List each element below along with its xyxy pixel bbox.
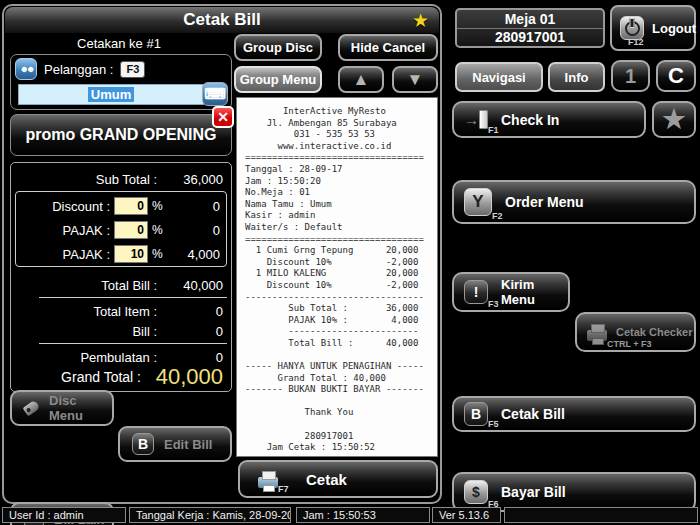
hide-cancel-label: Hide Cancel <box>351 40 425 55</box>
cetak-hotkey: F7 <box>278 484 289 494</box>
check-in-hotkey: F1 <box>488 125 499 135</box>
bill-icon: B <box>132 433 154 455</box>
grand-total-label: Grand Total : <box>11 369 141 385</box>
grand-total-value: 40,000 <box>141 364 231 390</box>
status-tanggal: Tanggal Kerja : Kamis, 28-09-2017 <box>129 507 291 523</box>
scroll-up-button[interactable]: ▲ <box>338 66 384 93</box>
subtotal-label: Sub Total : <box>11 172 157 187</box>
bill-value: 0 <box>157 324 231 339</box>
martini-icon: Y <box>464 188 492 216</box>
c-label: C <box>668 63 684 89</box>
subtotal-value: 36,000 <box>157 172 231 187</box>
grand-total-row: Grand Total : 40,000 <box>11 363 231 391</box>
table-info-box: Meja 01 280917001 <box>455 8 605 48</box>
bill-icon: B <box>464 402 488 426</box>
disc-menu-label: Disc Menu <box>49 393 112 423</box>
pajak2-percent-input[interactable]: 10 <box>114 245 148 263</box>
dollar-icon: $ <box>464 480 488 504</box>
discount-label: Discount : <box>16 199 114 214</box>
bill-label: Bill : <box>11 324 157 339</box>
divider <box>39 343 227 344</box>
hide-cancel-button[interactable]: Hide Cancel <box>338 34 438 61</box>
cetak-bill-button[interactable]: B Cetak Bill F5 <box>452 396 696 432</box>
window-title-bar: Cetak Bill ★ <box>5 7 439 33</box>
cetak-checker-button[interactable]: Cetak Checker CTRL + F3 <box>575 312 696 352</box>
pajak2-label: PAJAK : <box>16 247 114 262</box>
customer-box: ☻☻ Pelanggan : F3 Umum ⌨ <box>10 54 232 110</box>
disc-menu-button[interactable]: Disc Menu <box>10 390 114 426</box>
adjustments-box: Discount : 0 % 0 PAJAK : 0 % 0 PAJAK : 1… <box>15 191 227 267</box>
cetak-bill-window: Cetak Bill ★ Cetakan ke #1 ☻☻ Pelanggan … <box>2 4 442 504</box>
order-menu-hotkey: F2 <box>492 211 503 221</box>
logout-button[interactable]: Logout F12 <box>610 5 696 51</box>
customer-hotkey-badge: F3 <box>120 61 145 78</box>
customer-input-value: Umum <box>88 87 134 102</box>
kirim-menu-hotkey: F3 <box>488 299 499 309</box>
bill-row: Bill : 0 <box>11 321 231 341</box>
pajak1-label: PAJAK : <box>16 223 114 238</box>
pajak1-row: PAJAK : 0 % 0 <box>16 218 226 242</box>
order-menu-button[interactable]: Y Order Menu F2 <box>452 180 696 224</box>
keyboard-icon: ⌨ <box>204 85 226 103</box>
customer-label: Pelanggan : <box>44 62 113 77</box>
customers-icon: ☻☻ <box>15 58 37 80</box>
pajak1-value: 0 <box>163 223 226 238</box>
group-disc-button[interactable]: Group Disc <box>234 34 322 61</box>
cetak-checker-hotkey: CTRL + F3 <box>607 339 652 349</box>
discount-value: 0 <box>163 199 226 214</box>
check-in-button[interactable]: → Check In F1 <box>452 101 646 138</box>
logout-hotkey: F12 <box>628 37 644 47</box>
favorite-button[interactable]: ★ <box>652 101 696 138</box>
order-menu-label: Order Menu <box>505 194 584 210</box>
check-in-label: Check In <box>501 112 559 128</box>
page-one-button[interactable]: 1 <box>611 60 650 92</box>
arrow-up-icon: ▲ <box>353 70 370 90</box>
pos-app: Cetak Bill ★ Cetakan ke #1 ☻☻ Pelanggan … <box>0 0 700 525</box>
discount-unit: % <box>148 199 163 213</box>
status-version: Ver 5.13.6 <box>432 507 501 523</box>
cetak-button[interactable]: Cetak F7 <box>238 460 438 498</box>
pajak1-percent-input[interactable]: 0 <box>114 221 148 239</box>
arrow-right-icon: → <box>464 112 479 127</box>
cetak-bill-label: Cetak Bill <box>501 406 565 422</box>
edit-bill-label: Edit Bill <box>164 437 212 452</box>
group-menu-button[interactable]: Group Menu <box>234 66 322 93</box>
star-icon: ★ <box>412 9 429 32</box>
status-blank <box>504 507 698 523</box>
table-name: Meja 01 <box>457 10 603 29</box>
tab-navigasi[interactable]: Navigasi <box>455 62 543 92</box>
alert-icon: ! <box>464 280 488 304</box>
kirim-menu-button[interactable]: ! Kirim Menu F3 <box>452 272 570 312</box>
tab-navigasi-label: Navigasi <box>472 70 525 85</box>
printer-icon <box>258 477 278 488</box>
tag-icon <box>22 400 40 417</box>
divider <box>39 297 227 298</box>
bayar-bill-button[interactable]: $ Bayar Bill F6 <box>452 472 696 512</box>
status-jam: Jam : 15:50:53 <box>296 507 430 523</box>
star-icon: ★ <box>662 104 685 135</box>
customer-input[interactable]: Umum <box>18 84 204 105</box>
edit-bill-button[interactable]: B Edit Bill <box>118 426 232 462</box>
clear-button[interactable]: C <box>656 60 696 92</box>
scroll-down-button[interactable]: ▼ <box>392 66 438 93</box>
receipt-preview: InterActive MyResto Jl. Ambengan 85 Sura… <box>236 97 438 457</box>
totals-panel: Sub Total : 36,000 Discount : 0 % 0 PAJA… <box>10 162 232 392</box>
total-item-row: Total Item : 0 <box>11 301 231 321</box>
promo-button[interactable]: promo GRAND OPENING ✕ <box>10 114 232 156</box>
print-count-label: Cetakan ke #1 <box>4 36 234 51</box>
one-label: 1 <box>625 65 636 88</box>
total-item-label: Total Item : <box>11 304 157 319</box>
total-bill-value: 40,000 <box>157 278 231 293</box>
tab-info[interactable]: Info <box>548 62 605 92</box>
promo-label: promo GRAND OPENING <box>25 126 216 144</box>
promo-close-icon[interactable]: ✕ <box>212 106 234 128</box>
keyboard-button[interactable]: ⌨ <box>202 82 228 106</box>
arrow-down-icon: ▼ <box>407 70 424 90</box>
total-item-value: 0 <box>157 304 231 319</box>
check-in-door-icon: → <box>464 110 488 129</box>
tab-info-label: Info <box>565 70 589 85</box>
group-disc-label: Group Disc <box>243 40 313 55</box>
discount-percent-input[interactable]: 0 <box>114 197 148 215</box>
pajak2-row: PAJAK : 10 % 4,000 <box>16 242 226 266</box>
group-menu-label: Group Menu <box>240 72 317 87</box>
